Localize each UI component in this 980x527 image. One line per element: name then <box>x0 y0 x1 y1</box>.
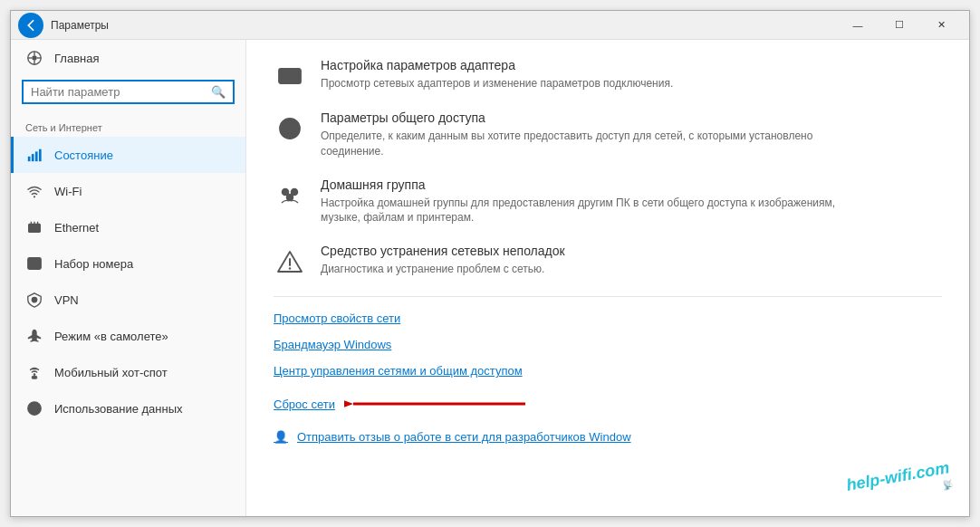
adapter-text: Настройка параметров адаптера Просмотр с… <box>321 58 673 91</box>
svg-rect-7 <box>32 154 34 161</box>
homegroup-desc: Настройка домашней группы для предоставл… <box>321 196 864 226</box>
section-homegroup: Домашняя группа Настройка домашней групп… <box>274 177 942 226</box>
svg-point-10 <box>34 196 35 197</box>
sidebar-item-wifi[interactable]: Wi-Fi <box>11 173 245 209</box>
sharing-title: Параметры общего доступа <box>321 110 864 125</box>
sharing-icon <box>274 112 306 145</box>
datausage-icon <box>25 399 43 417</box>
minimize-button[interactable]: — <box>837 11 879 40</box>
svg-point-41 <box>289 267 291 269</box>
svg-point-20 <box>34 373 36 376</box>
watermark: help-wifi.com 📡 <box>845 458 953 506</box>
sidebar-status-label: Состояние <box>54 149 113 162</box>
adapter-desc: Просмотр сетевых адаптеров и изменение п… <box>321 76 673 91</box>
adapter-icon <box>274 60 306 92</box>
sidebar-hotspot-label: Мобильный хот-спот <box>54 366 168 379</box>
ethernet-icon <box>25 218 43 236</box>
divider <box>274 296 942 297</box>
section-troubleshoot: Средство устранения сетевых неполадок Ди… <box>274 244 942 278</box>
troubleshoot-desc: Диагностика и устранение проблем с сетью… <box>321 262 565 277</box>
vpn-icon <box>25 291 43 309</box>
svg-point-38 <box>287 194 293 200</box>
link-feedback[interactable]: 👤 Отправить отзыв о работе в сети для ра… <box>274 430 942 444</box>
airplane-icon <box>25 327 43 345</box>
hotspot-icon <box>25 363 43 381</box>
main-content: Настройка параметров адаптера Просмотр с… <box>246 40 969 516</box>
svg-point-36 <box>283 188 289 195</box>
link-reset[interactable]: Сброс сети <box>274 398 335 411</box>
router-icon: 📡 <box>940 479 953 491</box>
sharing-desc: Определите, к каким данным вы хотите пре… <box>321 129 864 159</box>
svg-point-19 <box>32 297 36 302</box>
svg-rect-21 <box>32 377 36 379</box>
sidebar-section-label: Сеть и Интернет <box>11 115 245 137</box>
window-controls: — ☐ ✕ <box>837 11 962 40</box>
svg-rect-6 <box>28 157 31 161</box>
homegroup-text: Домашняя группа Настройка домашней групп… <box>321 177 864 226</box>
back-button[interactable] <box>18 13 43 38</box>
reset-arrow <box>344 390 543 417</box>
link-network-center[interactable]: Центр управления сетями и общим доступом <box>274 364 942 378</box>
window-title: Параметры <box>51 19 837 32</box>
sidebar-wifi-label: Wi-Fi <box>54 185 82 198</box>
feedback-person-icon: 👤 <box>274 430 288 444</box>
sidebar-item-dialup[interactable]: Набор номера <box>11 245 245 282</box>
content-area: Главная 🔍 Сеть и Интернет Состояние <box>11 40 969 516</box>
close-button[interactable]: ✕ <box>920 11 962 40</box>
sidebar-item-ethernet[interactable]: Ethernet <box>11 209 245 245</box>
search-box: 🔍 <box>22 80 235 104</box>
svg-point-37 <box>292 188 298 195</box>
window: Параметры — ☐ ✕ Главная 🔍 Сеть и Интерне… <box>10 10 970 517</box>
svg-rect-26 <box>284 72 295 80</box>
sidebar-home-label: Главная <box>54 52 99 65</box>
search-icon: 🔍 <box>211 85 226 99</box>
troubleshoot-text: Средство устранения сетевых неполадок Ди… <box>321 244 565 277</box>
sidebar-item-status[interactable]: Состояние <box>11 137 245 173</box>
sharing-text: Параметры общего доступа Определите, к к… <box>321 110 864 159</box>
svg-rect-8 <box>35 151 38 161</box>
svg-rect-17 <box>31 262 39 266</box>
homegroup-icon <box>274 179 306 212</box>
maximize-button[interactable]: ☐ <box>879 11 920 40</box>
sidebar-ethernet-label: Ethernet <box>54 221 99 235</box>
section-sharing: Параметры общего доступа Определите, к к… <box>274 110 942 159</box>
status-icon <box>25 146 43 164</box>
dialup-icon <box>25 254 43 273</box>
link-firewall[interactable]: Брандмауэр Windows <box>274 338 942 351</box>
svg-rect-15 <box>32 227 36 231</box>
sidebar-item-home[interactable]: Главная <box>11 40 245 76</box>
titlebar: Параметры — ☐ ✕ <box>11 11 969 40</box>
sidebar-datausage-label: Использование данных <box>54 402 183 416</box>
wifi-icon <box>25 182 43 200</box>
svg-point-1 <box>32 55 36 60</box>
sidebar-item-datausage[interactable]: Использование данных <box>11 390 245 426</box>
sidebar-item-airplane[interactable]: Режим «в самолете» <box>11 318 245 354</box>
homegroup-title: Домашняя группа <box>321 177 864 192</box>
sidebar: Главная 🔍 Сеть и Интернет Состояние <box>11 40 246 516</box>
sidebar-item-hotspot[interactable]: Мобильный хот-спот <box>11 354 245 390</box>
watermark-sub: 📡 <box>940 479 953 491</box>
home-icon <box>25 49 43 67</box>
troubleshoot-title: Средство устранения сетевых неполадок <box>321 244 565 258</box>
sidebar-dialup-label: Набор номера <box>54 257 133 271</box>
link-view-props[interactable]: Просмотр свойств сети <box>274 311 942 325</box>
troubleshoot-icon <box>274 245 306 278</box>
adapter-title: Настройка параметров адаптера <box>321 58 673 72</box>
sidebar-item-vpn[interactable]: VPN <box>11 282 245 318</box>
svg-rect-9 <box>39 149 42 162</box>
watermark-text: help-wifi.com <box>845 458 951 495</box>
search-input[interactable] <box>31 85 211 99</box>
sidebar-airplane-label: Режим «в самолете» <box>54 330 168 343</box>
sidebar-vpn-label: VPN <box>54 293 79 307</box>
section-adapter: Настройка параметров адаптера Просмотр с… <box>274 58 942 92</box>
